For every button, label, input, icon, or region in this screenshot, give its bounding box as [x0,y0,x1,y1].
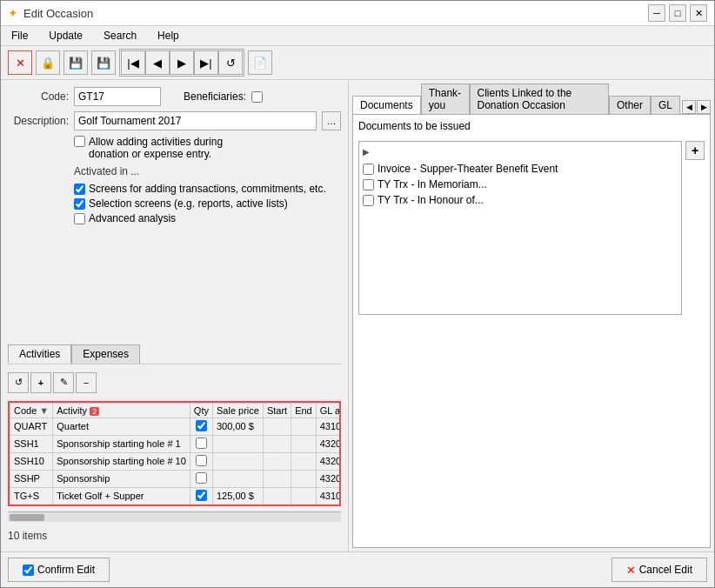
app-icon: ✦ [8,6,18,20]
tab-thankyou[interactable]: Thank-you [421,84,470,114]
cancel-toolbar-button[interactable]: ✕ [8,50,32,75]
cancel-edit-button[interactable]: ✕ Cancel Edit [611,558,707,582]
horizontal-scrollbar[interactable] [8,511,341,522]
code-input[interactable] [74,87,161,106]
table-row[interactable]: TG+S Ticket Golf + Supper 125,00 $ 4310 [10,487,342,504]
prev-button[interactable]: ◀ [145,50,170,75]
confirm-edit-button[interactable]: Confirm Edit [8,558,110,582]
footer: Confirm Edit ✕ Cancel Edit [1,551,714,587]
beneficiaries-label: Beneficiaries: [184,90,246,103]
cell-start [263,504,291,506]
advanced-checkbox[interactable] [74,213,85,224]
description-input[interactable] [74,111,317,130]
doc-item-ty-memoriam[interactable]: TY Trx - In Memoriam... [363,177,678,192]
expand-icon[interactable]: ▶ [363,147,370,157]
table-row[interactable]: QUART Quartet 300,00 $ 4310 [10,418,342,435]
document-button[interactable]: 📄 [248,50,272,75]
cell-activity: Ticket golf only [53,504,190,506]
cell-qty [190,487,212,504]
last-button[interactable]: ▶| [194,50,218,75]
table-row[interactable]: SSH10 Sponsorship starting hole # 10 432… [10,452,342,470]
doc-memoriam-checkbox[interactable] [363,179,374,190]
title-controls: ─ □ ✕ [648,4,707,22]
check-selection: Selection screens (e.g. reports, active … [74,197,341,210]
first-button[interactable]: |◀ [121,50,145,75]
beneficiaries-checkbox[interactable] [251,91,263,103]
maximize-button[interactable]: □ [669,4,686,22]
menu-search[interactable]: Search [100,28,140,43]
scrollbar-thumb[interactable] [10,514,44,521]
cell-end [291,504,317,506]
cell-gl: 4310 [316,487,341,504]
doc-honour-checkbox[interactable] [363,195,374,206]
minimize-button[interactable]: ─ [648,4,665,22]
tab-nav: ◀ ▶ [682,100,711,114]
add-activity-button[interactable]: + [30,372,51,393]
refresh-activity-button[interactable]: ↺ [8,372,29,393]
activity-toolbar: ↺ + ✎ − [8,370,341,396]
doc-invoice-checkbox[interactable] [363,164,374,175]
next-button[interactable]: ▶ [170,50,194,75]
save2-button[interactable]: 💾 [91,50,116,75]
doc-item-ty-honour[interactable]: TY Trx - In Honour of... [363,192,678,208]
check-screens: Screens for adding transactions, commitm… [74,183,341,195]
close-button[interactable]: ✕ [690,4,707,22]
tab-other[interactable]: Other [609,96,651,114]
cell-code: QUART [10,418,53,435]
cell-sale-price [212,470,263,487]
col-gl: GL acc. code [316,403,341,418]
allow-activities-row: Allow adding activities during donation … [74,136,341,160]
window-title: Edit Occasion [23,7,93,20]
allow-activities-line1: Allow adding activities during [89,136,223,148]
confirm-checkbox[interactable] [23,565,34,576]
doc-memoriam-label: TY Trx - In Memoriam... [378,178,487,190]
cell-start [263,435,291,452]
table-header-row: Code ▼ Activity 2 Qty Sale price Start E… [10,403,342,418]
screens-checkbox[interactable] [74,184,85,195]
cell-code: SSH1 [10,435,53,452]
menu-file[interactable]: File [8,28,31,43]
cell-code: TG+S [10,487,53,504]
doc-honour-label: TY Trx - In Honour of... [378,194,484,206]
doc-item-invoice[interactable]: Invoice - Supper-Theater Benefit Event [363,161,678,177]
cell-activity: Quartet [53,418,190,435]
check-advanced: Advanced analysis [74,212,341,224]
screens-label: Screens for adding transactions, commitm… [89,183,326,195]
main-toolbar: ✕ 🔒 💾 💾 |◀ ◀ ▶ ▶| ↺ 📄 [1,46,714,80]
selection-checkbox[interactable] [74,198,85,210]
cell-sale-price: 300,00 $ [212,418,263,435]
edit-activity-button[interactable]: ✎ [53,372,74,393]
table-row[interactable]: ▶ TGO Ticket golf only 80,00 $ 4310 [10,504,342,506]
delete-activity-button[interactable]: − [76,372,97,393]
cancel-icon: ✕ [626,564,636,577]
main-window: ✦ Edit Occasion ─ □ ✕ File Update Search… [0,0,715,588]
refresh-button[interactable]: ↺ [218,50,243,75]
description-extra-button[interactable]: … [322,111,341,130]
table-row[interactable]: SSHP Sponsorship 4320 [10,470,342,487]
cell-qty [190,504,212,506]
tab-activities[interactable]: Activities [8,344,71,364]
allow-activities-text: Allow adding activities during donation … [89,136,223,160]
main-content: Code: Beneficiaries: Description: … Allo… [1,80,714,551]
tab-clients-linked[interactable]: Clients Linked to the Donation Occasion [470,84,609,114]
tab-nav-right[interactable]: ▶ [697,100,711,114]
title-bar-left: ✦ Edit Occasion [8,6,93,20]
lock-button[interactable]: 🔒 [36,50,60,75]
menu-update[interactable]: Update [45,28,86,43]
title-bar: ✦ Edit Occasion ─ □ ✕ [1,1,714,26]
cell-marker: ▶ TGO [10,504,53,506]
cell-gl: 4320 [316,470,341,487]
cell-activity: Sponsorship starting hole # 1 [53,435,190,452]
allow-activities-checkbox[interactable] [74,136,85,147]
cell-end [291,487,317,504]
tab-documents[interactable]: Documents [352,96,421,114]
tab-gl[interactable]: GL [651,96,680,114]
tab-expenses[interactable]: Expenses [71,344,140,364]
docs-list-area: ▶ Invoice - Supper-Theater Benefit Event… [358,141,705,315]
menu-help[interactable]: Help [154,28,183,43]
save-button[interactable]: 💾 [63,50,88,75]
table-row[interactable]: SSH1 Sponsorship starting hole # 1 4320 [10,435,342,452]
bottom-tabs: Activities Expenses [8,344,341,364]
add-document-button[interactable]: + [685,141,705,160]
tab-nav-left[interactable]: ◀ [682,100,696,114]
